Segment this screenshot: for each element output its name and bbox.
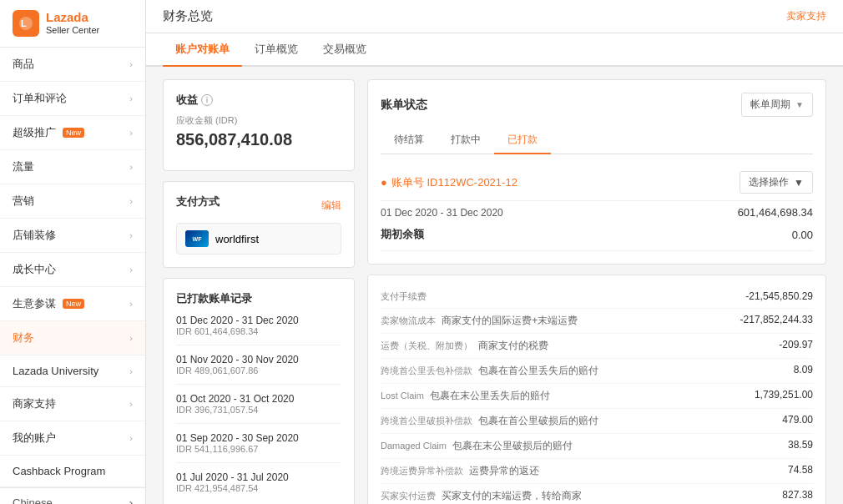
chevron-icon-university: ›: [129, 366, 133, 376]
record-amount: IDR 489,061,607.86: [176, 365, 341, 375]
fee-row: 运费（关税、附加费） 商家支付的税费 -209.97: [381, 334, 813, 359]
sidebar-item-products[interactable]: 商品 ›: [0, 48, 145, 82]
sidebar-item-label-growth: 成长中心: [13, 262, 56, 277]
sidebar-bottom-language[interactable]: Chinese ›: [0, 487, 145, 504]
fee-label: Lost Claim 包裹在末公里丢失后的赔付: [381, 389, 550, 403]
fee-desc: 包裹在末公里丢失后的赔付: [430, 390, 550, 401]
earnings-card: 收益 i 应收金额 (IDR) 856,087,410.08: [163, 79, 355, 171]
sidebar-item-store[interactable]: 店铺装修 ›: [0, 219, 145, 253]
record-item[interactable]: 01 Nov 2020 - 30 Nov 2020 IDR 489,061,60…: [176, 354, 341, 385]
sidebar-item-label-myaccount: 我的账户: [13, 431, 56, 446]
sidebar-item-label-orders: 订单和评论: [13, 91, 67, 106]
sidebar-item-traffic[interactable]: 流量 ›: [0, 150, 145, 184]
tabs-bar: 账户对账单订单概览交易概览: [146, 33, 843, 67]
balance-value: 0.00: [792, 229, 813, 241]
payment-edit-link[interactable]: 编辑: [321, 199, 341, 213]
fee-amount: 38.59: [788, 439, 813, 451]
payment-card: 支付方式 编辑 WF worldfirst: [163, 181, 355, 268]
sidebar-item-bizadvisor[interactable]: 生意参谋 New ›: [0, 287, 145, 321]
sidebar-item-growth[interactable]: 成长中心 ›: [0, 253, 145, 287]
tab-orders[interactable]: 订单概览: [242, 33, 310, 67]
sidebar-item-label-support: 商家支持: [13, 396, 56, 411]
fee-label: 卖家物流成本 商家支付的国际运费+末端运费: [381, 314, 578, 328]
payment-method: WF worldfirst: [176, 223, 341, 255]
earnings-sub-label: 应收金额 (IDR): [176, 114, 341, 127]
record-item[interactable]: 01 Dec 2020 - 31 Dec 2020 IDR 601,464,69…: [176, 315, 341, 345]
fee-tag: Lost Claim: [381, 391, 424, 401]
tab-transactions[interactable]: 交易概览: [310, 33, 379, 67]
chevron-icon-traffic: ›: [129, 162, 133, 172]
record-amount: IDR 541,116,996.67: [176, 444, 341, 454]
fee-row: 跨境首公里破损补偿款 包裹在首公里破损后的赔付 479.00: [381, 409, 813, 434]
fee-label: 跨境运费异常补偿款 运费异常的返还: [381, 464, 539, 478]
svg-text:L: L: [21, 18, 27, 28]
language-chevron-icon: ›: [129, 496, 133, 504]
fee-desc: 包裹在首公里丢失后的赔付: [478, 365, 598, 376]
tab-account[interactable]: 账户对账单: [163, 33, 242, 67]
action-select[interactable]: 选择操作 ▼: [740, 171, 813, 194]
period-select[interactable]: 帐单周期 ▼: [741, 93, 813, 117]
sidebar-item-myaccount[interactable]: 我的账户 ›: [0, 421, 145, 456]
bill-id-label[interactable]: 账单号 ID112WC-2021-12: [391, 175, 517, 190]
record-amount: IDR 421,954,487.54: [176, 483, 341, 493]
sidebar-item-finance[interactable]: 财务 ›: [0, 321, 145, 355]
sidebar-item-university[interactable]: Lazada University ›: [0, 355, 145, 387]
logo-icon: L: [13, 10, 39, 37]
action-label: 选择操作: [749, 175, 789, 189]
fee-label: 跨境首公里破损补偿款 包裹在首公里破损后的赔付: [381, 414, 598, 428]
record-item[interactable]: 01 Sep 2020 - 30 Sep 2020 IDR 541,116,99…: [176, 432, 341, 463]
record-item[interactable]: 01 Jul 2020 - 31 Jul 2020 IDR 421,954,48…: [176, 471, 341, 501]
status-tab-processing[interactable]: 打款中: [437, 127, 494, 154]
chevron-icon-myaccount: ›: [129, 433, 133, 443]
sidebar-item-label-products: 商品: [13, 57, 34, 72]
record-amount: IDR 396,731,057.54: [176, 405, 341, 415]
fee-amount: 74.58: [788, 464, 813, 476]
records-list: 01 Dec 2020 - 31 Dec 2020 IDR 601,464,69…: [176, 315, 341, 501]
sidebar-item-marketing[interactable]: 营销 ›: [0, 184, 145, 219]
language-label: Chinese: [13, 496, 53, 504]
fee-tag: 跨境首公里丢包补偿款: [381, 365, 472, 375]
status-header: 账单状态 帐单周期 ▼: [381, 93, 813, 117]
support-link[interactable]: 卖家支持: [786, 9, 826, 23]
fee-row: 卖家物流成本 商家支付的国际运费+末端运费 -217,852,244.33: [381, 309, 813, 334]
sidebar-item-orders[interactable]: 订单和评论 ›: [0, 82, 145, 116]
fee-amount: 8.09: [794, 364, 813, 375]
fee-label: Damaged Claim 包裹在末公里破损后的赔付: [381, 439, 573, 453]
balance-label: 期初余额: [381, 227, 424, 242]
content-area: 收益 i 应收金额 (IDR) 856,087,410.08 支付方式 编辑 W…: [146, 67, 843, 504]
sidebar-item-promotion[interactable]: 超级推广 New ›: [0, 116, 145, 150]
status-tabs: 待结算打款中已打款: [381, 127, 813, 154]
record-item[interactable]: 01 Oct 2020 - 31 Oct 2020 IDR 396,731,05…: [176, 393, 341, 424]
fee-desc: 商家支付的税费: [478, 340, 548, 351]
sidebar-item-label-cashback: Cashback Program: [13, 465, 105, 477]
status-tab-pending[interactable]: 待结算: [381, 127, 437, 154]
sidebar-item-label-store: 店铺装修: [13, 228, 56, 243]
bill-dot-icon: ●: [381, 176, 387, 189]
status-tab-paid[interactable]: 已打款: [494, 127, 551, 154]
earnings-info-icon[interactable]: i: [201, 94, 213, 106]
fee-tag: 运费（关税、附加费）: [381, 340, 472, 350]
fee-desc: 包裹在末公里破损后的赔付: [452, 440, 573, 451]
fee-row: Lost Claim 包裹在末公里丢失后的赔付 1,739,251.00: [381, 384, 813, 409]
fee-label: 支付手续费: [381, 290, 427, 303]
sidebar-item-support[interactable]: 商家支持 ›: [0, 387, 145, 421]
sidebar-nav: 商品 › 订单和评论 › 超级推广 New › 流量 › 营销 › 店铺装修: [0, 48, 145, 487]
fee-row: 支付手续费 -21,545,850.29: [381, 285, 813, 309]
payment-header: 支付方式 编辑: [176, 194, 341, 216]
fee-tag: 跨境首公里破损补偿款: [381, 416, 472, 426]
action-arrow-icon: ▼: [794, 177, 804, 189]
fee-amount: -21,545,850.29: [745, 290, 813, 302]
fee-desc: 包裹在首公里破损后的赔付: [478, 415, 598, 426]
sidebar-item-cashback[interactable]: Cashback Program: [0, 456, 145, 487]
record-date: 01 Nov 2020 - 30 Nov 2020: [176, 354, 341, 365]
chevron-icon-store: ›: [129, 230, 133, 240]
fees-list: 支付手续费 -21,545,850.29 卖家物流成本 商家支付的国际运费+末端…: [381, 285, 813, 504]
top-header: 财务总览 卖家支持: [146, 0, 843, 33]
chevron-icon-promotion: ›: [129, 128, 133, 138]
fee-label: 运费（关税、附加费） 商家支付的税费: [381, 339, 548, 353]
main-area: 财务总览 卖家支持 账户对账单订单概览交易概览 收益 i 应收金额 (IDR) …: [146, 0, 843, 504]
badge-promotion: New: [63, 128, 84, 138]
fee-amount: -209.97: [779, 339, 813, 350]
chevron-icon-growth: ›: [129, 265, 133, 275]
badge-bizadvisor: New: [63, 299, 84, 309]
